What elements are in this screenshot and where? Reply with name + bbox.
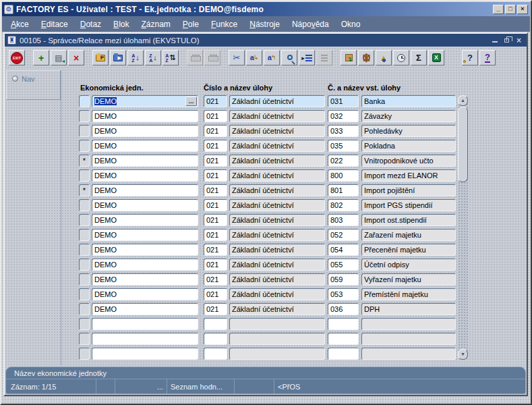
economic-unit-field[interactable]: DEMO...	[92, 95, 198, 107]
task-name-field[interactable]	[229, 348, 325, 360]
scrollbar-thumb[interactable]	[458, 107, 468, 182]
economic-unit-field[interactable]: DEMO...	[92, 303, 198, 315]
navigator-button[interactable]	[358, 50, 374, 65]
task-name-field[interactable]: Základní účetnictví	[229, 259, 325, 271]
input-task-number-field[interactable]	[328, 333, 359, 345]
input-task-number-field[interactable]: 055	[328, 259, 359, 271]
table-row[interactable]: DEMO... 021 Základní účetnictví 803 Impo…	[79, 214, 456, 229]
task-number-field[interactable]	[204, 318, 227, 330]
input-task-number-field[interactable]: 059	[328, 273, 359, 286]
task-name-field[interactable]: Základní účetnictví	[229, 125, 325, 137]
input-task-name-field[interactable]: Přecenění majetku	[361, 244, 456, 256]
task-number-field[interactable]: 021	[204, 288, 227, 300]
input-task-number-field[interactable]: 801	[328, 184, 359, 196]
task-name-field[interactable]: Základní účetnictví	[229, 155, 325, 167]
task-name-field[interactable]: Základní účetnictví	[229, 199, 325, 211]
task-name-field[interactable]: Základní účetnictví	[229, 184, 325, 196]
task-number-field[interactable]: 021	[204, 214, 227, 226]
close-button[interactable]: ×	[517, 5, 528, 14]
input-task-number-field[interactable]: 032	[328, 110, 359, 122]
table-row[interactable]: DEMO... 021 Základní účetnictví 800 Impo…	[79, 169, 456, 184]
input-task-name-field[interactable]: Pohledávky	[361, 125, 456, 137]
economic-unit-field[interactable]: DEMO...	[92, 214, 198, 226]
exit-button[interactable]: EXIT	[9, 50, 25, 65]
table-row[interactable]: ...	[79, 318, 456, 333]
input-task-name-field[interactable]: DPH	[361, 303, 456, 315]
table-row[interactable]: DEMO... 021 Základní účetnictví 031 Bank…	[79, 95, 456, 110]
input-task-name-field[interactable]: Účetní odpisy	[361, 259, 456, 271]
menu-item[interactable]: Nástroje	[243, 18, 286, 30]
input-task-number-field[interactable]: 033	[328, 125, 359, 137]
paste-button[interactable]: a↰	[264, 50, 280, 65]
table-row[interactable]: ...	[79, 333, 456, 348]
task-name-field[interactable]: Základní účetnictví	[229, 110, 325, 122]
enter-query-button[interactable]: P	[92, 50, 109, 65]
input-task-number-field[interactable]	[328, 348, 359, 360]
sort-descending-button[interactable]: ZA↓	[145, 50, 161, 65]
table-row[interactable]: * DEMO... 021 Základní účetnictví 022 Vn…	[79, 155, 456, 169]
duplicate-record-button[interactable]: ▤◂	[51, 50, 67, 65]
vertical-scrollbar[interactable]: ▲ ▼	[458, 95, 468, 360]
economic-unit-field[interactable]: ...	[92, 348, 198, 360]
task-number-field[interactable]: 021	[204, 125, 227, 137]
input-task-name-field[interactable]: Pokladna	[361, 140, 456, 152]
task-number-field[interactable]: 021	[204, 199, 227, 211]
economic-unit-field[interactable]: DEMO...	[92, 125, 198, 137]
table-row[interactable]: DEMO... 021 Základní účetnictví 032 Záva…	[79, 110, 456, 125]
input-task-number-field[interactable]	[328, 318, 359, 330]
task-name-field[interactable]: Základní účetnictví	[229, 95, 325, 107]
scroll-down-button[interactable]: ▼	[458, 349, 468, 360]
input-task-name-field[interactable]	[361, 333, 456, 345]
table-row[interactable]: DEMO... 021 Základní účetnictví 055 Účet…	[79, 259, 456, 273]
scroll-up-button[interactable]: ▲	[458, 95, 468, 106]
economic-unit-field[interactable]: DEMO...	[92, 155, 198, 167]
task-name-field[interactable]: Základní účetnictví	[229, 244, 325, 256]
economic-unit-field[interactable]: DEMO...	[92, 229, 198, 241]
delete-record-button[interactable]: ×	[68, 50, 84, 65]
table-row[interactable]: DEMO... 021 Základní účetnictví 802 Impo…	[79, 199, 456, 214]
input-task-number-field[interactable]: 802	[328, 199, 359, 211]
menu-item[interactable]: Okno	[335, 18, 367, 30]
input-task-name-field[interactable]: Závazky	[361, 110, 456, 122]
form-close-button[interactable]: ×	[514, 36, 524, 45]
input-task-number-field[interactable]: 803	[328, 214, 359, 226]
lov-button[interactable]: ...	[185, 97, 197, 106]
input-task-name-field[interactable]: Zařazení majetku	[361, 229, 456, 241]
task-name-field[interactable]: Základní účetnictví	[229, 140, 325, 152]
menu-item[interactable]: Funkce	[205, 18, 243, 30]
economic-unit-field[interactable]: DEMO...	[92, 140, 198, 152]
economic-unit-field[interactable]: ...	[92, 318, 198, 330]
task-number-field[interactable]	[204, 333, 227, 345]
input-task-name-field[interactable]: Vnitropodnikové učto	[361, 155, 456, 167]
input-task-number-field[interactable]: 054	[328, 244, 359, 256]
table-row[interactable]: DEMO... 021 Základní účetnictví 033 Pohl…	[79, 125, 456, 140]
table-row[interactable]: DEMO... 021 Základní účetnictví 036 DPH	[79, 303, 456, 318]
table-row[interactable]: * DEMO... 021 Základní účetnictví 801 Im…	[79, 184, 456, 199]
task-name-field[interactable]: Základní účetnictví	[229, 229, 325, 241]
table-row[interactable]: DEMO... 021 Základní účetnictví 059 Vyřa…	[79, 273, 456, 288]
task-name-field[interactable]: Základní účetnictví	[229, 169, 325, 182]
task-number-field[interactable]: 021	[204, 229, 227, 241]
menu-item[interactable]: Akce	[5, 18, 35, 30]
menu-item[interactable]: Blok	[107, 18, 135, 30]
table-row[interactable]: DEMO... 021 Základní účetnictví 035 Pokl…	[79, 140, 456, 155]
input-task-number-field[interactable]: 022	[328, 155, 359, 167]
task-number-field[interactable]	[204, 348, 227, 360]
sort-ascending-button[interactable]: AZ↓	[127, 50, 144, 65]
execute-query-button[interactable]: ▶	[110, 50, 126, 65]
input-task-number-field[interactable]: 031	[328, 95, 359, 107]
input-task-name-field[interactable]: Import pojištění	[361, 184, 456, 196]
menu-item[interactable]: Nápověda	[286, 18, 335, 30]
menu-item[interactable]: Pole	[177, 18, 205, 30]
sum-button[interactable]: Σ	[411, 50, 427, 65]
economic-unit-field[interactable]: DEMO...	[92, 110, 198, 122]
economic-unit-field[interactable]: DEMO...	[92, 169, 198, 182]
cut-button[interactable]: ✂	[229, 50, 245, 65]
task-name-field[interactable]	[229, 318, 325, 330]
task-number-field[interactable]: 021	[204, 95, 227, 107]
table-row[interactable]: DEMO... 021 Základní účetnictví 053 Přem…	[79, 288, 456, 303]
task-name-field[interactable]	[229, 333, 325, 345]
economic-unit-field[interactable]: DEMO...	[92, 259, 198, 271]
input-task-name-field[interactable]: Import mezd ELANOR	[361, 169, 456, 182]
excel-export-button[interactable]: X	[428, 50, 444, 65]
